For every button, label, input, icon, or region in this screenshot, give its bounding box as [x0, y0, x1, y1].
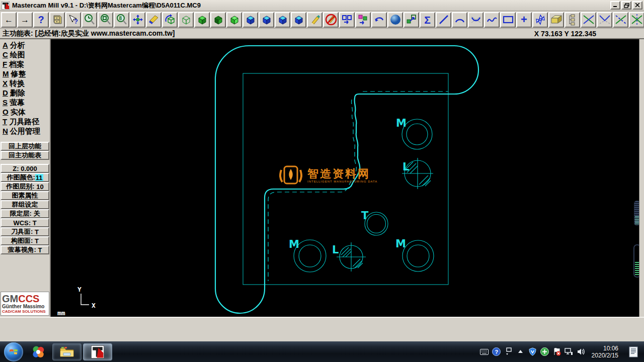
trim-divide-button[interactable]: [629, 12, 644, 28]
close-button[interactable]: [632, 1, 642, 10]
brush-icon: [148, 14, 160, 26]
help-button[interactable]: ?: [33, 12, 49, 28]
create-pattern-button[interactable]: [532, 12, 548, 28]
taskbar-clock[interactable]: 10:06 2020/2/15: [592, 345, 618, 359]
sidebar-menu-D[interactable]: D删除: [1, 88, 49, 98]
network-tray-icon[interactable]: [565, 347, 573, 356]
notes-tray-button[interactable]: [626, 343, 641, 360]
tree-icon: [568, 14, 578, 26]
undo-button[interactable]: [371, 12, 387, 28]
create-button[interactable]: [307, 12, 323, 28]
trim-2-button[interactable]: [597, 12, 612, 28]
create-line-button[interactable]: [436, 12, 451, 28]
operations-manager-button[interactable]: [565, 12, 580, 28]
solids-box-button[interactable]: [548, 12, 564, 28]
edge-scroll-handle-bottom[interactable]: [633, 244, 639, 278]
create-arc-button[interactable]: [452, 12, 467, 28]
restore-button[interactable]: [621, 1, 631, 10]
repaint-button[interactable]: [146, 12, 162, 28]
gview-iso-button[interactable]: [291, 12, 306, 28]
zoom-dynamic-button[interactable]: [82, 12, 97, 28]
draw-level-button[interactable]: 作图层别: 10: [1, 182, 49, 191]
shield-tray-icon[interactable]: [528, 347, 537, 356]
line-icon: [438, 14, 449, 25]
taskbar-browser-button[interactable]: [27, 343, 49, 361]
cplane-button[interactable]: 构图面: T: [1, 236, 49, 245]
to-solids-button[interactable]: [404, 12, 419, 28]
fit-screen-button[interactable]: [130, 12, 145, 28]
rotate-view-button[interactable]: [162, 12, 178, 28]
gview-side-button[interactable]: [275, 12, 290, 28]
attributes-button[interactable]: 图素属性: [1, 191, 49, 200]
volume-tray-icon[interactable]: [577, 347, 585, 356]
action-center-tray-icon[interactable]: [552, 347, 561, 356]
back-button[interactable]: ←: [1, 12, 17, 28]
calculator-button[interactable]: Σ: [420, 12, 435, 28]
context-help-button[interactable]: ?: [65, 12, 81, 28]
groups-button[interactable]: 群组设定: [1, 200, 49, 209]
sidebar-menu-S[interactable]: S萤幕: [1, 98, 49, 107]
gview-left-green-button[interactable]: [210, 12, 226, 28]
sidebar-menu-N[interactable]: N公用管理: [1, 126, 49, 136]
arc-icon: [454, 14, 466, 26]
taskbar-mastercam-button[interactable]: [83, 343, 112, 360]
z-depth-button[interactable]: Z: 0.000: [1, 164, 49, 173]
sidebar-menu-F[interactable]: F档案: [1, 59, 49, 69]
cube-dgreen-icon: [213, 14, 224, 25]
keyboard-tray-icon[interactable]: [480, 347, 489, 356]
tool-plane-button[interactable]: 刀具面: T: [1, 227, 49, 236]
guard-tray-icon[interactable]: [540, 347, 549, 356]
box3d-icon: [550, 14, 563, 26]
create-point-button[interactable]: +: [516, 12, 532, 28]
gmccs-logo: GMCCS Günther Massimo CAD/CAM SOLUTIONS: [1, 292, 49, 316]
sidebar-menu-T[interactable]: T刀具路径: [1, 117, 49, 126]
sidebar-menu-C[interactable]: C绘图: [1, 50, 49, 59]
zoom-window-button[interactable]: [98, 12, 113, 28]
main-menu-button[interactable]: 回主功能表: [1, 151, 49, 160]
edge-scroll-handle-top[interactable]: [634, 201, 639, 226]
draw-color-button[interactable]: 作图颜色:11: [1, 173, 49, 182]
wcs-button[interactable]: WCS: T: [1, 218, 49, 227]
hidden-icons-tray-icon[interactable]: [516, 347, 525, 356]
cube-blue-icon: [261, 14, 272, 25]
gview-wireframe-button[interactable]: [178, 12, 194, 28]
gview-button[interactable]: 萤幕视角: T: [1, 245, 49, 254]
trim-1-button[interactable]: [581, 12, 596, 28]
file-cabinet-button[interactable]: [49, 12, 65, 28]
trim-3-button[interactable]: [613, 12, 628, 28]
gview-front-button[interactable]: [259, 12, 274, 28]
gview-top-button[interactable]: [243, 12, 258, 28]
delete-button[interactable]: [323, 12, 339, 28]
trim4-icon: [630, 13, 643, 26]
sidebar-menu-A[interactable]: A分析: [1, 40, 49, 50]
minimize-button[interactable]: [610, 1, 620, 10]
window-restore-tray-icon[interactable]: [504, 347, 513, 356]
gview-iso-green-button[interactable]: [194, 12, 210, 28]
sidebar-menu-M[interactable]: M修整: [1, 69, 49, 78]
backup-button[interactable]: 回上层功能: [1, 142, 49, 151]
create-rectangle-button[interactable]: [500, 12, 516, 28]
shade-button[interactable]: [387, 12, 403, 28]
sidebar-menu-O[interactable]: O实体: [1, 107, 49, 117]
create-conic-button[interactable]: [468, 12, 484, 28]
prompt-area[interactable]: [0, 317, 644, 341]
start-button[interactable]: [4, 342, 23, 361]
cube-bgreen-icon: [229, 14, 240, 25]
next-menu-button[interactable]: [339, 12, 355, 28]
next-menu-alt-button[interactable]: [355, 12, 371, 28]
forward-button[interactable]: →: [17, 12, 33, 28]
help-circle-tray-icon[interactable]: ?: [492, 347, 501, 356]
sidebar-menu-X[interactable]: X转换: [1, 78, 49, 88]
taskbar-explorer-button[interactable]: [52, 343, 82, 360]
cube-blue-icon: [245, 14, 256, 25]
graphics-viewport[interactable]: M L T M L M Y X mm: [51, 39, 639, 317]
pencil-no-icon: [325, 13, 338, 26]
svg-text:?: ?: [495, 349, 498, 355]
zoom-previous-button[interactable]: 8: [114, 12, 129, 28]
trim2-icon: [598, 13, 611, 26]
create-spline-button[interactable]: [484, 12, 500, 28]
cubes-arrow-icon: [406, 14, 418, 26]
pencil-icon: [309, 14, 321, 26]
gview-right-green-button[interactable]: [226, 12, 242, 28]
mask-level-button[interactable]: 限定层: 关: [1, 209, 49, 218]
